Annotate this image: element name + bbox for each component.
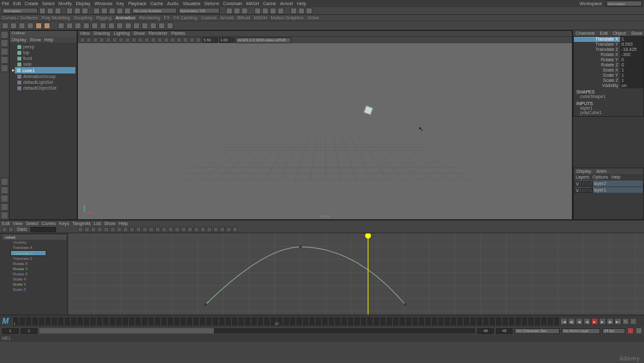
menu-item[interactable]: MASH [246, 1, 259, 6]
range-end-input[interactable] [496, 328, 513, 334]
shelf-tab[interactable]: Rendering [139, 15, 160, 20]
move-tool[interactable] [1, 48, 8, 55]
ge-tangent-icon[interactable] [84, 227, 90, 232]
ge-menu-item[interactable]: List [94, 221, 101, 226]
go-end-button[interactable]: ▶| [614, 318, 621, 325]
render-icon[interactable] [226, 8, 232, 14]
vp-bookmark-icon[interactable] [93, 37, 98, 43]
channel-row[interactable]: Scale Z1 [574, 78, 643, 83]
outliner-body[interactable]: persp top front side ▸cube1 AnimationGro… [10, 43, 77, 219]
menu-item[interactable]: Help [297, 1, 306, 6]
layer-row[interactable]: Vlayer2 [574, 181, 643, 186]
ge-tangent-icon[interactable] [129, 227, 135, 232]
vp-colorspace-select[interactable]: ACES 1.0 SDR-video sRGB [236, 37, 291, 43]
ge-menu-item[interactable]: View [13, 221, 23, 226]
go-start-button[interactable]: |◀ [560, 318, 567, 325]
ge-out-item[interactable]: Translate Z [10, 256, 66, 261]
shelf-tab[interactable]: Curves / Surfaces [2, 15, 38, 20]
channel-row[interactable]: Rotate Y0 [574, 57, 643, 63]
menu-item[interactable]: Key [117, 1, 124, 6]
playback-start-input[interactable] [21, 328, 37, 334]
vp-menu-item[interactable]: View [80, 31, 90, 36]
anim-layer-select[interactable]: No Anim Layer [562, 328, 600, 334]
shelf-tab[interactable]: Custom [201, 15, 216, 20]
view-cube-tool[interactable] [1, 178, 8, 186]
layer-row[interactable]: Vlayer1 [574, 187, 643, 193]
snap-grid-icon[interactable] [93, 8, 100, 14]
toggle-attr-icon[interactable] [270, 8, 276, 14]
vp-shade-icon[interactable] [131, 37, 137, 43]
ge-menu-item[interactable]: Edit [2, 221, 10, 226]
layer-r-toggle[interactable] [587, 181, 593, 186]
snap-curve-icon[interactable] [101, 8, 108, 14]
ge-tangent-icon[interactable] [123, 227, 128, 232]
shelf-curve8-icon[interactable] [167, 23, 173, 29]
ge-tool-icon[interactable] [8, 227, 14, 232]
play-back-icon[interactable] [290, 8, 297, 14]
vp-grid-icon[interactable] [106, 37, 111, 43]
layer-p-toggle[interactable] [581, 188, 587, 193]
shelf-key-icon[interactable] [2, 23, 8, 29]
ge-tangent-icon[interactable] [117, 227, 122, 232]
step-back-button[interactable]: ◀| [568, 318, 575, 325]
scale-tool[interactable] [1, 64, 8, 72]
layer-tab[interactable]: Display [574, 168, 594, 174]
channel-row[interactable]: Rotate X-360 [574, 52, 643, 57]
shelf-tab[interactable]: Poly Modeling [42, 15, 70, 20]
layout3-tool[interactable] [1, 203, 8, 211]
menu-item[interactable]: Visualize [182, 1, 200, 6]
outliner-menu-item[interactable]: Show [30, 37, 41, 42]
scene-object-cube[interactable] [363, 106, 373, 115]
ge-tangent-icon[interactable] [168, 227, 173, 232]
vp-motion-icon[interactable] [183, 37, 188, 43]
paint-select-icon[interactable] [82, 8, 88, 14]
vp-menu-item[interactable]: Show [133, 31, 145, 36]
undo-icon[interactable] [47, 8, 53, 14]
vp-image-icon[interactable] [99, 37, 104, 43]
vp-select-icon[interactable] [80, 37, 85, 43]
ge-tangent-icon[interactable] [110, 227, 115, 232]
snap-point-icon[interactable] [109, 8, 115, 14]
shelf-lattice-icon[interactable] [91, 23, 98, 29]
vp-wire-icon[interactable] [138, 37, 143, 43]
outliner-item[interactable]: AnimationGroup [16, 74, 75, 79]
outliner-item[interactable]: side [16, 61, 75, 67]
menu-item[interactable]: Playback [128, 1, 146, 6]
ge-tangent-icon[interactable] [181, 227, 186, 232]
ge-menu-item[interactable]: Show [104, 221, 116, 226]
vp-film-icon[interactable] [112, 37, 117, 43]
prefs-icon[interactable] [636, 328, 642, 334]
play-back-button[interactable]: ◀ [583, 318, 591, 325]
workspace-select[interactable]: Animation [606, 1, 642, 6]
shelf-key-anim-icon[interactable] [19, 23, 25, 29]
layer-r-toggle[interactable] [587, 188, 593, 193]
outliner-menu-item[interactable]: Help [44, 37, 53, 42]
ge-out-item[interactable]: Rotate Y [10, 266, 66, 271]
ge-tangent-icon[interactable] [136, 227, 141, 232]
outliner-item[interactable]: top [16, 50, 75, 55]
channel-row[interactable]: Translate Z-18.425 [574, 47, 643, 52]
prev-key-button[interactable]: ◀ [576, 318, 583, 325]
menu-item[interactable]: Deform [204, 1, 219, 6]
snap-live-icon[interactable] [124, 8, 131, 14]
menu-item[interactable]: Cache [150, 1, 163, 6]
toggle-tool-icon[interactable] [278, 8, 284, 14]
outliner-menu-item[interactable]: Display [12, 37, 26, 42]
shelf-curve2-icon[interactable] [117, 23, 123, 29]
vp-menu-item[interactable]: Renderer [149, 31, 167, 36]
shelf-tab[interactable]: XGen [308, 15, 319, 20]
vp-iso-icon[interactable] [196, 37, 201, 43]
ge-tangent-icon[interactable] [213, 227, 218, 232]
layer-menu-item[interactable]: Layers [576, 175, 589, 179]
channel-tab[interactable]: Channels [573, 30, 598, 36]
toggle-outliner-icon[interactable] [262, 8, 269, 14]
channel-tab[interactable]: Show [629, 30, 644, 36]
shelf-curve4-icon[interactable] [133, 23, 140, 29]
outliner-item[interactable]: front [16, 55, 75, 61]
channel-row[interactable]: Visibilityon [574, 83, 643, 88]
ge-tangent-icon[interactable] [226, 227, 231, 232]
layer-vis-toggle[interactable]: V [574, 188, 580, 193]
shelf-tab[interactable]: FX Caching [174, 15, 198, 20]
ge-tangent-icon[interactable] [162, 227, 167, 232]
shelf-joint-icon[interactable] [66, 23, 73, 29]
